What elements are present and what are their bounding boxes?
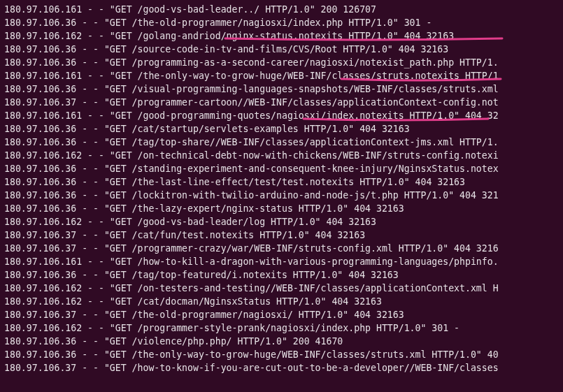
log-line: 180.97.106.36 - - "GET /standing-experim… [4,162,559,175]
log-line: 180.97.106.36 - - "GET /tag/top-featured… [4,268,559,282]
terminal-output: 180.97.106.161 - - "GET /good-vs-bad-lea… [0,0,563,377]
log-line: 180.97.106.162 - - "GET /cat/docman/Ngin… [4,295,559,308]
log-line: 180.97.106.36 - - "GET /lockitron-with-t… [4,189,559,202]
log-line: 180.97.106.37 - - "GET /the-old-programm… [4,308,559,321]
log-lines: 180.97.106.161 - - "GET /good-vs-bad-lea… [4,3,559,375]
log-line: 180.97.106.162 - - "GET /on-testers-and-… [4,282,559,295]
log-line: 180.97.106.36 - - "GET /cat/startup/serv… [4,122,559,136]
log-line: 180.97.106.36 - - "GET /source-code-in-t… [4,43,559,56]
log-line: 180.97.106.162 - - "GET /good-vs-bad-lea… [4,215,559,228]
log-line: 180.97.106.162 - - "GET /golang-andriod/… [4,29,559,43]
log-line: 180.97.106.161 - - "GET /how-to-kill-a-d… [4,255,559,268]
log-line: 180.97.106.36 - - "GET /visual-programmi… [4,82,559,96]
log-line: 180.97.106.36 - - "GET /tag/top-share//W… [4,136,559,149]
log-line: 180.97.106.162 - - "GET /on-technical-de… [4,149,559,162]
log-line: 180.97.106.37 - - "GET /programmer-crazy… [4,242,559,255]
log-line: 180.97.106.161 - - "GET /good-vs-bad-lea… [4,3,559,16]
log-line: 180.97.106.37 - - "GET /cat/fun/test.not… [4,228,559,242]
log-line: 180.97.106.162 - - "GET /programmer-styl… [4,321,559,335]
log-line: 180.97.106.161 - - "GET /good-programmin… [4,109,559,122]
log-line: 180.97.106.161 - - "GET /the-only-way-to… [4,69,559,82]
log-line: 180.97.106.36 - - "GET /programming-as-a… [4,56,559,69]
log-line: 180.97.106.36 - - "GET /the-old-programm… [4,16,559,29]
log-line: 180.97.106.36 - - "GET /the-lazy-expert/… [4,202,559,215]
log-line: 180.97.106.36 - - "GET /the-only-way-to-… [4,348,559,361]
log-line: 180.97.106.37 - - "GET /programmer-carto… [4,96,559,109]
log-line: 180.97.106.37 - - "GET /how-to-know-if-y… [4,361,559,375]
log-line: 180.97.106.36 - - "GET /the-last-line-ef… [4,175,559,189]
log-line: 180.97.106.36 - - "GET /violence/php.php… [4,335,559,348]
